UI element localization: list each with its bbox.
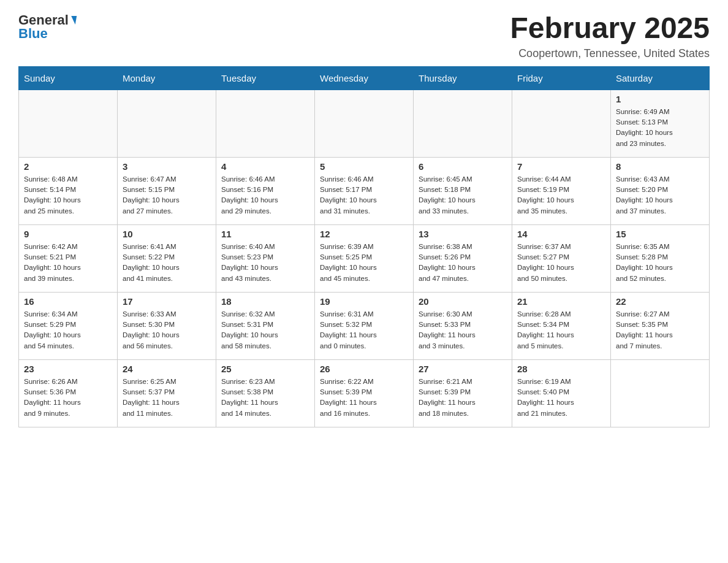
day-number: 8 (616, 161, 704, 172)
day-number: 10 (123, 229, 211, 239)
calendar-cell: 10Sunrise: 6:41 AM Sunset: 5:22 PM Dayli… (118, 224, 216, 292)
calendar-cell: 28Sunrise: 6:19 AM Sunset: 5:40 PM Dayli… (512, 359, 611, 427)
day-number: 4 (221, 161, 309, 172)
day-number: 11 (221, 229, 309, 239)
day-number: 21 (517, 296, 605, 307)
calendar-cell: 23Sunrise: 6:26 AM Sunset: 5:36 PM Dayli… (19, 359, 118, 427)
day-number: 12 (320, 229, 408, 239)
calendar-cell: 26Sunrise: 6:22 AM Sunset: 5:39 PM Dayli… (315, 359, 414, 427)
day-number: 25 (221, 364, 309, 374)
calendar-week-4: 16Sunrise: 6:34 AM Sunset: 5:29 PM Dayli… (19, 292, 710, 359)
day-info-text: Sunrise: 6:37 AM Sunset: 5:27 PM Dayligh… (517, 242, 605, 284)
day-number: 2 (24, 161, 112, 172)
day-info-text: Sunrise: 6:32 AM Sunset: 5:31 PM Dayligh… (221, 309, 309, 351)
day-info-text: Sunrise: 6:30 AM Sunset: 5:33 PM Dayligh… (419, 309, 507, 351)
day-info-text: Sunrise: 6:46 AM Sunset: 5:16 PM Dayligh… (221, 174, 309, 216)
day-number: 6 (419, 161, 507, 172)
logo-blue-text: Blue (18, 26, 76, 42)
day-info-text: Sunrise: 6:49 AM Sunset: 5:13 PM Dayligh… (616, 107, 704, 149)
day-number: 16 (24, 296, 112, 307)
day-number: 22 (616, 296, 704, 307)
calendar-cell: 14Sunrise: 6:37 AM Sunset: 5:27 PM Dayli… (512, 224, 611, 292)
calendar-cell: 24Sunrise: 6:25 AM Sunset: 5:37 PM Dayli… (118, 359, 216, 427)
calendar-week-5: 23Sunrise: 6:26 AM Sunset: 5:36 PM Dayli… (19, 359, 710, 427)
day-info-text: Sunrise: 6:21 AM Sunset: 5:39 PM Dayligh… (419, 377, 507, 419)
calendar-cell: 16Sunrise: 6:34 AM Sunset: 5:29 PM Dayli… (19, 292, 118, 359)
calendar-cell: 1Sunrise: 6:49 AM Sunset: 5:13 PM Daylig… (611, 90, 710, 157)
calendar-week-2: 2Sunrise: 6:48 AM Sunset: 5:14 PM Daylig… (19, 157, 710, 224)
location-label: Coopertown, Tennessee, United States (510, 47, 710, 60)
calendar-cell: 2Sunrise: 6:48 AM Sunset: 5:14 PM Daylig… (19, 157, 118, 224)
calendar-cell (19, 90, 118, 157)
calendar-cell: 25Sunrise: 6:23 AM Sunset: 5:38 PM Dayli… (216, 359, 315, 427)
calendar-cell: 4Sunrise: 6:46 AM Sunset: 5:16 PM Daylig… (216, 157, 315, 224)
day-number: 27 (419, 364, 507, 374)
day-number: 13 (419, 229, 507, 239)
calendar-cell: 6Sunrise: 6:45 AM Sunset: 5:18 PM Daylig… (414, 157, 512, 224)
day-number: 15 (616, 229, 704, 239)
day-info-text: Sunrise: 6:19 AM Sunset: 5:40 PM Dayligh… (517, 377, 605, 419)
day-info-text: Sunrise: 6:45 AM Sunset: 5:18 PM Dayligh… (419, 174, 507, 216)
day-info-text: Sunrise: 6:23 AM Sunset: 5:38 PM Dayligh… (221, 377, 309, 419)
day-number: 20 (419, 296, 507, 307)
calendar-week-1: 1Sunrise: 6:49 AM Sunset: 5:13 PM Daylig… (19, 90, 710, 157)
day-info-text: Sunrise: 6:25 AM Sunset: 5:37 PM Dayligh… (123, 377, 211, 419)
calendar-table: Sunday Monday Tuesday Wednesday Thursday… (18, 66, 710, 427)
day-number: 14 (517, 229, 605, 239)
day-info-text: Sunrise: 6:27 AM Sunset: 5:35 PM Dayligh… (616, 309, 704, 351)
day-info-text: Sunrise: 6:39 AM Sunset: 5:25 PM Dayligh… (320, 242, 408, 284)
calendar-cell (315, 90, 414, 157)
calendar-cell (216, 90, 315, 157)
day-info-text: Sunrise: 6:22 AM Sunset: 5:39 PM Dayligh… (320, 377, 408, 419)
calendar-cell: 8Sunrise: 6:43 AM Sunset: 5:20 PM Daylig… (611, 157, 710, 224)
calendar-cell (611, 359, 710, 427)
day-number: 9 (24, 229, 112, 239)
day-info-text: Sunrise: 6:46 AM Sunset: 5:17 PM Dayligh… (320, 174, 408, 216)
page-header: General Blue February 2025 Coopertown, T… (18, 12, 710, 60)
day-info-text: Sunrise: 6:33 AM Sunset: 5:30 PM Dayligh… (123, 309, 211, 351)
day-number: 1 (616, 94, 704, 104)
calendar-cell: 9Sunrise: 6:42 AM Sunset: 5:21 PM Daylig… (19, 224, 118, 292)
day-info-text: Sunrise: 6:44 AM Sunset: 5:19 PM Dayligh… (517, 174, 605, 216)
weekday-header-row: Sunday Monday Tuesday Wednesday Thursday… (19, 66, 710, 90)
calendar-cell: 21Sunrise: 6:28 AM Sunset: 5:34 PM Dayli… (512, 292, 611, 359)
header-saturday: Saturday (611, 66, 710, 90)
header-thursday: Thursday (414, 66, 512, 90)
calendar-cell (118, 90, 216, 157)
header-wednesday: Wednesday (315, 66, 414, 90)
header-sunday: Sunday (19, 66, 118, 90)
calendar-cell: 17Sunrise: 6:33 AM Sunset: 5:30 PM Dayli… (118, 292, 216, 359)
day-number: 7 (517, 161, 605, 172)
calendar-cell: 15Sunrise: 6:35 AM Sunset: 5:28 PM Dayli… (611, 224, 710, 292)
logo: General Blue (18, 12, 76, 42)
month-title: February 2025 (510, 12, 710, 45)
day-number: 24 (123, 364, 211, 374)
day-number: 23 (24, 364, 112, 374)
day-number: 26 (320, 364, 408, 374)
calendar-cell: 13Sunrise: 6:38 AM Sunset: 5:26 PM Dayli… (414, 224, 512, 292)
calendar-cell (512, 90, 611, 157)
day-number: 28 (517, 364, 605, 374)
calendar-cell: 27Sunrise: 6:21 AM Sunset: 5:39 PM Dayli… (414, 359, 512, 427)
day-number: 17 (123, 296, 211, 307)
calendar-cell: 19Sunrise: 6:31 AM Sunset: 5:32 PM Dayli… (315, 292, 414, 359)
day-info-text: Sunrise: 6:42 AM Sunset: 5:21 PM Dayligh… (24, 242, 112, 284)
calendar-cell (414, 90, 512, 157)
day-info-text: Sunrise: 6:26 AM Sunset: 5:36 PM Dayligh… (24, 377, 112, 419)
day-info-text: Sunrise: 6:48 AM Sunset: 5:14 PM Dayligh… (24, 174, 112, 216)
calendar-cell: 3Sunrise: 6:47 AM Sunset: 5:15 PM Daylig… (118, 157, 216, 224)
logo-arrow-icon (70, 16, 77, 25)
calendar-cell: 20Sunrise: 6:30 AM Sunset: 5:33 PM Dayli… (414, 292, 512, 359)
title-area: February 2025 Coopertown, Tennessee, Uni… (510, 12, 710, 60)
header-monday: Monday (118, 66, 216, 90)
day-info-text: Sunrise: 6:38 AM Sunset: 5:26 PM Dayligh… (419, 242, 507, 284)
calendar-cell: 18Sunrise: 6:32 AM Sunset: 5:31 PM Dayli… (216, 292, 315, 359)
day-info-text: Sunrise: 6:28 AM Sunset: 5:34 PM Dayligh… (517, 309, 605, 351)
calendar-cell: 5Sunrise: 6:46 AM Sunset: 5:17 PM Daylig… (315, 157, 414, 224)
header-friday: Friday (512, 66, 611, 90)
day-info-text: Sunrise: 6:43 AM Sunset: 5:20 PM Dayligh… (616, 174, 704, 216)
calendar-cell: 11Sunrise: 6:40 AM Sunset: 5:23 PM Dayli… (216, 224, 315, 292)
header-tuesday: Tuesday (216, 66, 315, 90)
day-info-text: Sunrise: 6:41 AM Sunset: 5:22 PM Dayligh… (123, 242, 211, 284)
day-info-text: Sunrise: 6:40 AM Sunset: 5:23 PM Dayligh… (221, 242, 309, 284)
